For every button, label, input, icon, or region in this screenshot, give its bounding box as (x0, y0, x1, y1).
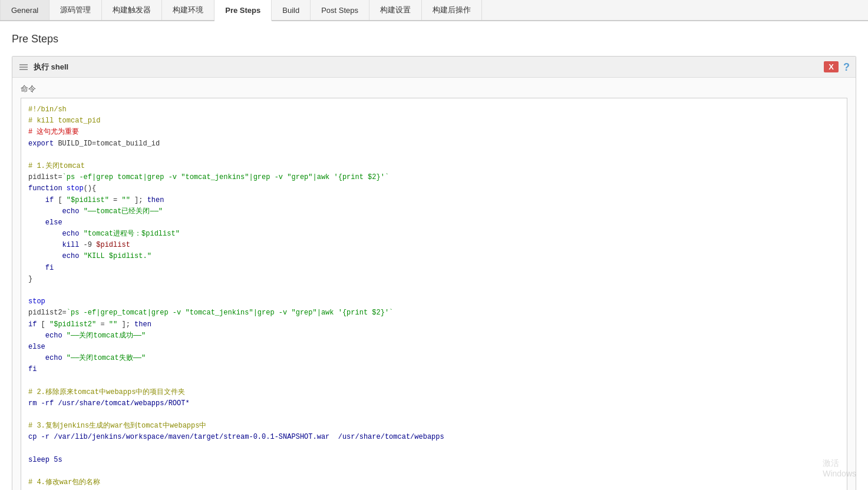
tab-source[interactable]: 源码管理 (49, 0, 102, 20)
code-editor[interactable]: #!/bin/sh # kill tomcat_pid # 这句尤为重要 exp… (21, 98, 847, 490)
tab-env[interactable]: 构建环境 (162, 0, 214, 20)
drag-handle[interactable] (18, 63, 29, 71)
tab-poststeps[interactable]: Post Steps (311, 0, 369, 20)
tab-bar: General 源码管理 构建触发器 构建环境 Pre Steps Build … (0, 0, 868, 21)
tab-settings[interactable]: 构建设置 (369, 0, 422, 20)
page-title: Pre Steps (12, 33, 856, 45)
tab-build[interactable]: Build (272, 0, 311, 20)
shell-block: 执行 shell X ? 命令 #!/bin/sh # kill tomcat_… (12, 56, 856, 490)
shell-header: 执行 shell X ? (12, 57, 856, 78)
tab-postbuild[interactable]: 构建后操作 (422, 0, 482, 20)
shell-body: 命令 #!/bin/sh # kill tomcat_pid # 这句尤为重要 … (12, 78, 856, 490)
tab-general[interactable]: General (0, 0, 49, 20)
tab-triggers[interactable]: 构建触发器 (102, 0, 162, 20)
command-label: 命令 (21, 84, 847, 94)
delete-button[interactable]: X (824, 61, 839, 72)
help-button[interactable]: ? (843, 62, 850, 72)
tab-presteps[interactable]: Pre Steps (214, 0, 272, 21)
page-content: Pre Steps 执行 shell X ? 命令 #!/bin/sh # ki… (0, 21, 868, 490)
shell-title: 执行 shell (34, 62, 819, 72)
